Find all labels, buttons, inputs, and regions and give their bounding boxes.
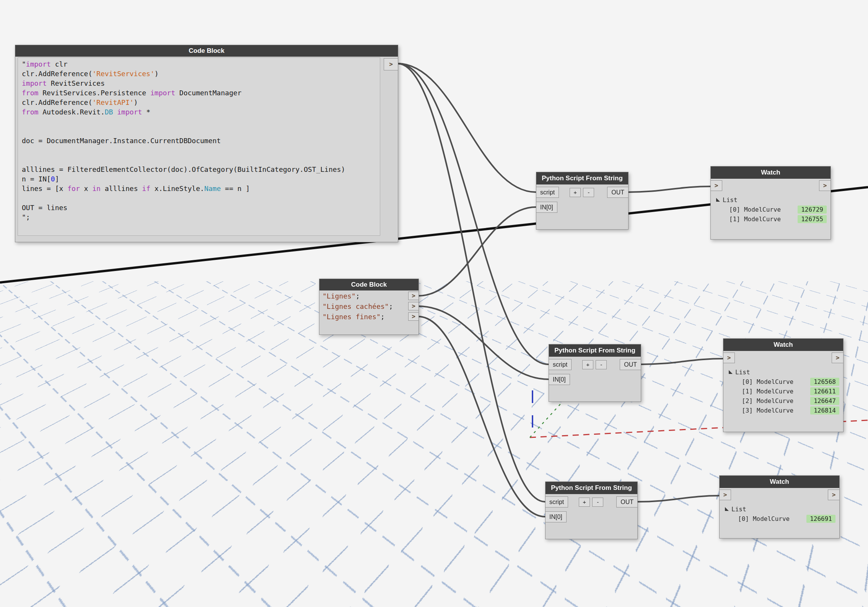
list-expander[interactable]: List (729, 367, 841, 377)
node-title[interactable]: Watch (720, 476, 839, 488)
code-line (22, 193, 376, 203)
list-item: [2] ModelCurve 126647 (729, 396, 841, 406)
code-line: OUT = lines (22, 203, 376, 212)
python-script-node-3[interactable]: Python Script From String script + - OUT… (545, 481, 638, 539)
code-line (22, 117, 376, 126)
input-port-in0[interactable]: IN[0] (546, 511, 567, 522)
input-port-script[interactable]: script (536, 187, 559, 198)
list-item: [0] ModelCurve 126729 (716, 205, 828, 214)
input-port-in0[interactable]: IN[0] (549, 374, 570, 385)
node-title[interactable]: Watch (711, 166, 831, 179)
list-label: List (723, 196, 738, 204)
item-type: ModelCurve (757, 397, 793, 405)
code-block-node-main[interactable]: Code Block "import clrclr.AddReference('… (15, 45, 398, 242)
list-item: [1] ModelCurve 126611 (729, 387, 841, 396)
item-type: ModelCurve (744, 206, 781, 213)
output-port[interactable]: > (384, 58, 398, 70)
list-item: [3] ModelCurve 126814 (729, 406, 841, 415)
remove-input-button[interactable]: - (583, 188, 594, 197)
code-row[interactable]: "Lignes" ; > (319, 291, 419, 301)
input-port[interactable]: > (723, 352, 735, 363)
string-literal: "Lignes" (322, 292, 356, 300)
watch-list: List [0] ModelCurve 126691 (720, 501, 839, 524)
node-title[interactable]: Code Block (15, 45, 398, 57)
output-port-out[interactable]: OUT (616, 496, 637, 507)
list-item: [0] ModelCurve 126691 (725, 514, 837, 524)
item-type: ModelCurve (757, 407, 793, 414)
output-port[interactable]: > (828, 490, 839, 500)
item-index: [2] (742, 397, 753, 405)
list-expander[interactable]: List (716, 195, 828, 205)
output-port[interactable]: > (408, 312, 419, 321)
code-line: "import clr (22, 59, 376, 69)
input-port[interactable]: > (711, 180, 722, 191)
code-line: n = IN[0] (22, 174, 376, 184)
item-index: [3] (742, 407, 753, 414)
wire[interactable] (397, 64, 545, 502)
python-script-node-1[interactable]: Python Script From String script + - OUT… (536, 172, 629, 230)
input-port[interactable]: > (720, 490, 731, 500)
code-row[interactable]: "Lignes fines" ; > (319, 312, 419, 321)
list-item: [1] ModelCurve 126755 (716, 214, 828, 224)
item-type: ModelCurve (757, 378, 793, 385)
input-port-script[interactable]: script (546, 496, 568, 507)
dynamo-workspace-canvas[interactable]: Code Block "import clrclr.AddReference('… (0, 0, 868, 607)
wire[interactable] (628, 186, 712, 192)
list-label: List (731, 506, 746, 513)
remove-input-button[interactable]: - (596, 360, 607, 369)
wire[interactable] (397, 64, 536, 192)
code-line: from RevitServices.Persistence import Do… (22, 88, 376, 98)
node-title[interactable]: Python Script From String (549, 344, 641, 357)
expander-triangle-icon (716, 198, 720, 202)
input-port-in0[interactable]: IN[0] (536, 202, 557, 213)
wire[interactable] (397, 64, 549, 364)
chevron-right-icon: > (823, 183, 827, 189)
watch-node-3[interactable]: Watch > > List [0] ModelCurve 126691 (719, 475, 840, 538)
code-line: "; (22, 212, 376, 222)
output-port[interactable]: > (408, 302, 419, 310)
element-id-badge: 126611 (810, 387, 839, 395)
item-index: [0] (729, 206, 740, 213)
add-input-button[interactable]: + (582, 360, 593, 369)
output-port-out[interactable]: OUT (620, 359, 641, 370)
watch-node-1[interactable]: Watch > > List [0] ModelCurve 126729 [1]… (710, 166, 831, 240)
item-type: ModelCurve (753, 515, 790, 522)
add-input-button[interactable]: + (570, 188, 581, 197)
code-row[interactable]: "Lignes cachées" ; > (319, 301, 419, 311)
watch-list: List [0] ModelCurve 126729 [1] ModelCurv… (711, 192, 831, 224)
code-line (22, 145, 376, 155)
remove-input-button[interactable]: - (592, 498, 603, 507)
chevron-right-icon: > (389, 61, 393, 67)
wire[interactable] (640, 359, 724, 364)
chevron-right-icon: > (715, 183, 718, 189)
code-line: clr.AddReference('RevitServices') (22, 69, 376, 78)
code-editor[interactable]: "import clrclr.AddReference('RevitServic… (18, 57, 380, 236)
item-type: ModelCurve (757, 388, 793, 395)
wire[interactable] (418, 306, 549, 379)
output-port[interactable]: > (819, 180, 831, 191)
output-port[interactable]: > (408, 292, 419, 300)
output-port-out[interactable]: OUT (607, 187, 628, 198)
code-line (22, 126, 376, 136)
semicolon: ; (381, 313, 385, 321)
add-input-button[interactable]: + (579, 498, 590, 507)
code-line: from Autodesk.Revit.DB import * (22, 107, 376, 117)
chevron-right-icon: > (727, 355, 731, 361)
python-script-node-2[interactable]: Python Script From String script + - OUT… (549, 344, 641, 402)
element-id-badge: 126691 (806, 515, 835, 523)
node-title[interactable]: Python Script From String (546, 482, 637, 494)
input-port-script[interactable]: script (549, 359, 572, 370)
node-title[interactable]: Watch (723, 339, 843, 351)
wire[interactable] (418, 207, 536, 296)
chevron-right-icon: > (723, 492, 727, 498)
code-line: import RevitServices (22, 78, 376, 88)
chevron-right-icon: > (412, 293, 415, 299)
code-block-node-strings[interactable]: Code Block "Lignes" ; > "Lignes cachées"… (319, 279, 419, 335)
node-title[interactable]: Python Script From String (536, 172, 628, 184)
list-expander[interactable]: List (725, 504, 837, 514)
wire[interactable] (637, 496, 720, 502)
watch-node-2[interactable]: Watch > > List [0] ModelCurve 126568 [1]… (723, 338, 844, 432)
output-port[interactable]: > (832, 352, 843, 363)
node-title[interactable]: Code Block (319, 279, 419, 290)
item-type: ModelCurve (744, 215, 781, 223)
